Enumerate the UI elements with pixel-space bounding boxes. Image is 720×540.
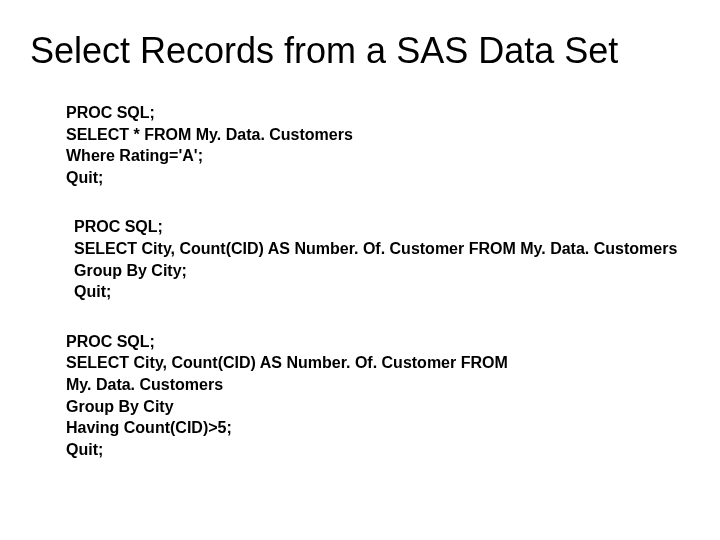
code-line: PROC SQL; (66, 102, 690, 124)
slide: Select Records from a SAS Data Set PROC … (0, 0, 720, 540)
code-line: Quit; (66, 439, 690, 461)
page-title: Select Records from a SAS Data Set (30, 30, 690, 72)
code-line: Group By City; (74, 260, 690, 282)
code-line: SELECT * FROM My. Data. Customers (66, 124, 690, 146)
code-block-2: PROC SQL; SELECT City, Count(CID) AS Num… (74, 216, 690, 302)
code-line: Having Count(CID)>5; (66, 417, 690, 439)
code-line: Quit; (66, 167, 690, 189)
code-line: PROC SQL; (66, 331, 690, 353)
code-line: PROC SQL; (74, 216, 690, 238)
code-line: My. Data. Customers (66, 374, 690, 396)
code-block-3: PROC SQL; SELECT City, Count(CID) AS Num… (66, 331, 690, 461)
code-line: SELECT City, Count(CID) AS Number. Of. C… (74, 238, 690, 260)
code-line: Where Rating='A'; (66, 145, 690, 167)
code-line: SELECT City, Count(CID) AS Number. Of. C… (66, 352, 690, 374)
code-line: Quit; (74, 281, 690, 303)
code-block-1: PROC SQL; SELECT * FROM My. Data. Custom… (66, 102, 690, 188)
code-line: Group By City (66, 396, 690, 418)
